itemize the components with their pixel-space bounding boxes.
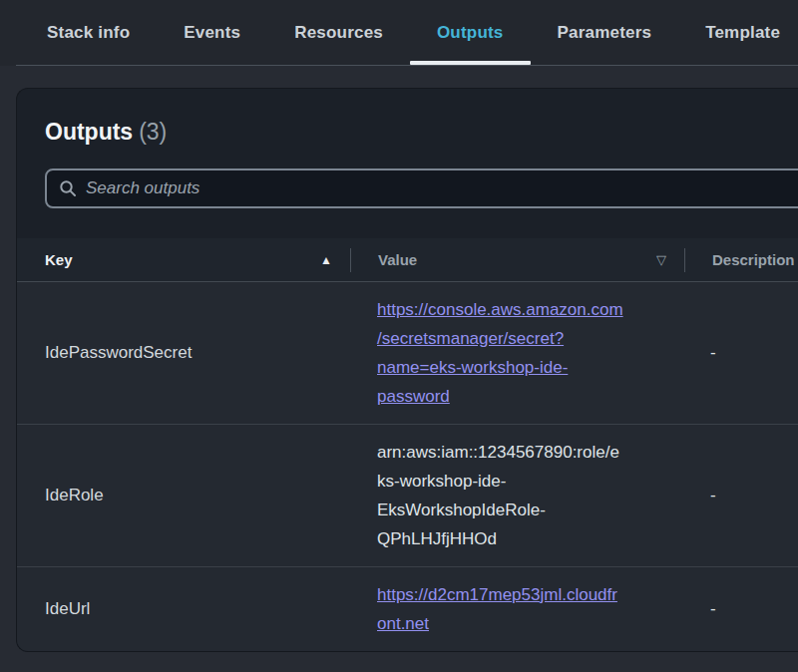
tab-parameters[interactable]: Parameters [531,0,679,66]
outputs-table: Key ▲ Value ▽ Description IdePasswordSec… [17,238,798,651]
output-description-cell: - [683,282,798,424]
tab-label: Events [184,23,240,43]
tab-label: Parameters [558,23,652,43]
table-row: IdeRole arn:aws:iam::1234567890:role/eks… [17,424,798,566]
output-value-cell: https://console.aws.amazon.com/secretsma… [350,282,683,424]
output-key: IdeRole [45,486,104,505]
tab-label: Outputs [437,23,504,43]
output-key-cell: IdeRole [17,425,350,566]
search-input[interactable] [86,178,798,198]
output-value-text: arn:aws:iam::1234567890:role/eks-worksho… [377,443,619,548]
outputs-count-badge: (3) [139,119,167,145]
column-header-value[interactable]: Value ▽ [351,238,684,281]
output-key-cell: IdePasswordSecret [17,282,350,424]
search-outputs-box[interactable] [45,168,798,208]
tab-stack-info[interactable]: Stack info [20,0,157,66]
table-row: IdePasswordSecret https://console.aws.am… [17,282,798,424]
output-value-cell: https://d2cm17mep53jml.cloudfront.net [350,567,683,651]
column-header-value-label: Value [378,251,417,268]
outputs-panel-header: Outputs(3) [17,89,798,147]
output-value-cell: arn:aws:iam::1234567890:role/eks-worksho… [350,425,683,566]
tab-events[interactable]: Events [157,0,267,66]
search-icon [59,179,77,197]
column-header-description-label: Description [712,251,795,268]
tab-bar-bottom-rule [16,65,798,66]
output-value-link[interactable]: https://console.aws.amazon.com/secretsma… [377,300,623,406]
output-description: - [710,599,716,619]
tab-label: Template [705,23,780,43]
column-header-key[interactable]: Key ▲ [17,238,350,281]
column-header-key-label: Key [45,251,73,268]
output-description: - [710,486,716,505]
sort-toggle-icon[interactable]: ▽ [656,253,666,266]
tab-label: Resources [294,23,383,43]
output-key-cell: IdeUrl [17,567,350,651]
output-key: IdePasswordSecret [45,343,192,363]
tab-template[interactable]: Template [678,0,798,66]
outputs-panel: Outputs(3) Key ▲ Value ▽ Description [16,88,798,652]
table-header-row: Key ▲ Value ▽ Description [17,238,798,282]
sort-ascending-icon[interactable]: ▲ [320,254,332,266]
tab-label: Stack info [47,23,130,43]
output-description-cell: - [683,425,798,566]
output-description: - [710,343,716,363]
output-description-cell: - [683,567,798,651]
page-title: Outputs(3) [45,117,798,147]
output-key: IdeUrl [45,599,90,619]
output-value-link[interactable]: https://d2cm17mep53jml.cloudfront.net [377,585,617,633]
tab-resources[interactable]: Resources [267,0,410,66]
tab-outputs[interactable]: Outputs [410,0,531,66]
stack-tab-bar: Stack info Events Resources Outputs Para… [0,0,798,66]
column-header-description[interactable]: Description [685,238,798,281]
table-row: IdeUrl https://d2cm17mep53jml.cloudfront… [17,566,798,651]
page-title-text: Outputs [45,119,133,145]
